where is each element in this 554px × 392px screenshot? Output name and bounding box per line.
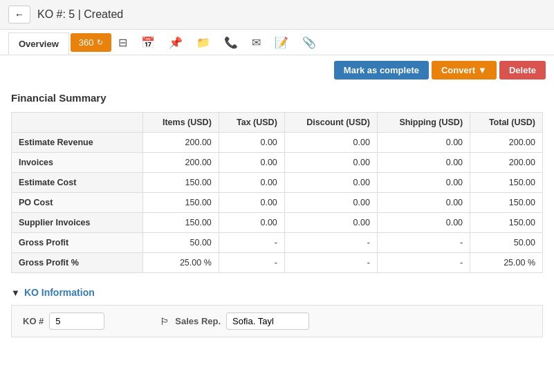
row-value: - xyxy=(377,233,470,253)
sales-rep-flag-icon: 🏳 xyxy=(160,316,169,327)
table-row: Gross Profit50.00---50.00 xyxy=(12,233,543,253)
ko-information-body: KO # 🏳 Sales Rep. xyxy=(11,305,543,337)
tab-folder-icon[interactable]: 📁 xyxy=(190,32,217,53)
row-value: 0.00 xyxy=(284,133,377,153)
mark-complete-button[interactable]: Mark as complete xyxy=(334,61,429,80)
row-value: 0.00 xyxy=(284,153,377,173)
ko-number-field-group: KO # xyxy=(23,312,104,330)
row-value: 150.00 xyxy=(143,173,219,193)
page-title: KO #: 5 | Created xyxy=(37,8,123,21)
ko-information-title: KO Information xyxy=(24,287,95,298)
row-value: 200.00 xyxy=(470,133,543,153)
row-value: 50.00 xyxy=(470,233,543,253)
financial-summary-table: Items (USD) Tax (USD) Discount (USD) Shi… xyxy=(11,112,543,273)
row-label: Estimate Cost xyxy=(12,173,143,193)
sales-rep-input[interactable] xyxy=(226,312,309,330)
row-value: 25.00 % xyxy=(143,253,219,273)
row-value: 150.00 xyxy=(143,213,219,233)
row-value: - xyxy=(219,253,284,273)
convert-button[interactable]: Convert ▼ xyxy=(432,61,497,80)
row-value: 0.00 xyxy=(377,153,470,173)
ko-number-label: KO # xyxy=(23,316,44,326)
financial-summary-title: Financial Summary xyxy=(11,92,543,104)
table-row: PO Cost150.000.000.000.00150.00 xyxy=(12,193,543,213)
row-value: 0.00 xyxy=(377,133,470,153)
row-value: - xyxy=(284,253,377,273)
row-value: 50.00 xyxy=(143,233,219,253)
table-row: Estimate Cost150.000.000.000.00150.00 xyxy=(12,173,543,193)
tabs-bar: Overview 360 ↻ ⊟ 📅 📌 📁 📞 ✉ 📝 📎 xyxy=(0,30,554,55)
table-row: Invoices200.000.000.000.00200.00 xyxy=(12,153,543,173)
row-value: - xyxy=(377,253,470,273)
ko-info-chevron: ▼ xyxy=(11,288,20,298)
col-header-items: Items (USD) xyxy=(143,113,219,133)
row-value: 0.00 xyxy=(377,213,470,233)
tab-360-label: 360 xyxy=(79,37,94,48)
rotate-icon: ↻ xyxy=(97,38,103,47)
row-value: 150.00 xyxy=(470,193,543,213)
tab-note-icon[interactable]: 📝 xyxy=(268,32,295,53)
col-header-label xyxy=(12,113,143,133)
row-value: - xyxy=(284,233,377,253)
row-value: 0.00 xyxy=(377,173,470,193)
row-label: PO Cost xyxy=(12,193,143,213)
row-label: Gross Profit % xyxy=(12,253,143,273)
tab-overview[interactable]: Overview xyxy=(8,32,69,55)
table-row: Supplier Invoices150.000.000.000.00150.0… xyxy=(12,213,543,233)
row-label: Estimate Revenue xyxy=(12,133,143,153)
ko-number-input[interactable] xyxy=(49,312,104,330)
table-row: Estimate Revenue200.000.000.000.00200.00 xyxy=(12,133,543,153)
tab-pin-icon[interactable]: 📌 xyxy=(162,32,190,53)
row-value: 0.00 xyxy=(284,213,377,233)
row-value: 150.00 xyxy=(143,193,219,213)
action-bar: Mark as complete Convert ▼ Delete xyxy=(0,55,554,85)
row-value: 25.00 % xyxy=(470,253,543,273)
row-value: 0.00 xyxy=(219,133,284,153)
col-header-shipping: Shipping (USD) xyxy=(377,113,470,133)
col-header-discount: Discount (USD) xyxy=(284,113,377,133)
convert-dropdown-icon: ▼ xyxy=(478,65,487,75)
delete-button[interactable]: Delete xyxy=(499,61,546,80)
row-value: 200.00 xyxy=(143,153,219,173)
row-value: 0.00 xyxy=(284,173,377,193)
col-header-tax: Tax (USD) xyxy=(219,113,284,133)
row-value: 200.00 xyxy=(470,153,543,173)
tab-phone-icon[interactable]: 📞 xyxy=(217,32,245,53)
row-label: Supplier Invoices xyxy=(12,213,143,233)
row-value: 0.00 xyxy=(219,193,284,213)
tab-report-icon[interactable]: ⊟ xyxy=(111,32,134,53)
row-value: 200.00 xyxy=(143,133,219,153)
row-label: Invoices xyxy=(12,153,143,173)
tab-email-icon[interactable]: ✉ xyxy=(245,32,268,53)
row-value: 0.00 xyxy=(219,173,284,193)
row-value: 150.00 xyxy=(470,173,543,193)
table-row: Gross Profit %25.00 %---25.00 % xyxy=(12,253,543,273)
back-icon: ← xyxy=(15,9,24,20)
sales-rep-field-group: 🏳 Sales Rep. xyxy=(160,312,309,330)
sales-rep-label: Sales Rep. xyxy=(175,316,221,326)
row-value: 0.00 xyxy=(219,153,284,173)
col-header-total: Total (USD) xyxy=(470,113,543,133)
row-value: 0.00 xyxy=(284,193,377,213)
ko-information-header[interactable]: ▼ KO Information xyxy=(11,287,543,298)
tab-360[interactable]: 360 ↻ xyxy=(71,33,111,52)
tab-calendar-icon[interactable]: 📅 xyxy=(134,32,162,53)
back-button[interactable]: ← xyxy=(8,6,30,24)
convert-label: Convert xyxy=(441,65,475,75)
row-value: - xyxy=(219,233,284,253)
row-value: 0.00 xyxy=(219,213,284,233)
row-value: 150.00 xyxy=(470,213,543,233)
header-bar: ← KO #: 5 | Created xyxy=(0,0,554,30)
ko-information-section: ▼ KO Information KO # 🏳 Sales Rep. xyxy=(11,287,543,337)
row-value: 0.00 xyxy=(377,193,470,213)
tab-attachment-icon[interactable]: 📎 xyxy=(295,32,323,53)
main-content: Financial Summary Items (USD) Tax (USD) … xyxy=(0,85,554,344)
row-label: Gross Profit xyxy=(12,233,143,253)
